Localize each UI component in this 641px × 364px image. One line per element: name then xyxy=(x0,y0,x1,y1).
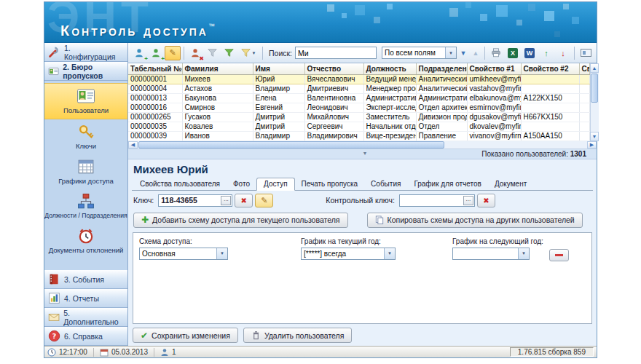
table-cell[interactable]: Михеев xyxy=(182,74,253,84)
scrollbar-thumb[interactable] xyxy=(138,141,444,149)
table-cell[interactable] xyxy=(579,84,589,93)
table-cell[interactable]: Юрий xyxy=(253,74,304,84)
add-users-button[interactable]: + xyxy=(148,46,164,60)
scheme-combobox[interactable]: Основная ▼ xyxy=(139,248,228,260)
vertical-scrollbar[interactable]: ▲ ▼ xyxy=(590,63,599,141)
table-cell[interactable]: 0000000265 xyxy=(128,112,182,122)
table-cell[interactable] xyxy=(521,84,579,93)
table-row[interactable]: 000000035КовалевДмитрийСергеевичНачальни… xyxy=(128,122,589,131)
tab-document[interactable]: Документ xyxy=(488,178,533,190)
export-button[interactable]: ↓ xyxy=(555,46,571,60)
control-key-clear-button[interactable]: ✖ xyxy=(477,194,495,207)
scroll-down-icon[interactable]: ▼ xyxy=(590,132,599,141)
table-cell[interactable]: 000000004 xyxy=(128,84,182,93)
key-field[interactable]: 118-43655 ... xyxy=(158,194,232,207)
table-cell[interactable]: Дмитрий xyxy=(253,112,304,122)
tab-events[interactable]: События xyxy=(364,178,407,190)
copy-access-schemes-button[interactable]: Копировать схемы доступа на других польз… xyxy=(367,213,583,228)
table-cell[interactable]: Михайлович xyxy=(304,112,363,122)
table-cell[interactable]: vastahov@myfirm.or xyxy=(467,84,521,93)
key-clear-button[interactable]: ✖ xyxy=(235,194,253,207)
chevron-down-icon[interactable]: ▼ xyxy=(445,47,456,58)
import-button[interactable]: ↑ xyxy=(538,46,554,60)
table-cell[interactable]: vivanov@myfirm.org xyxy=(467,131,521,141)
table-cell[interactable]: Начальник отдела xyxy=(363,122,416,131)
table-cell[interactable]: Евгений xyxy=(253,103,304,112)
column-header[interactable]: Свойство #1 xyxy=(467,63,521,74)
table-cell[interactable]: Елена xyxy=(253,93,304,103)
sidebar-item-keys[interactable]: Ключи xyxy=(44,119,127,154)
table-cell[interactable]: Владимир xyxy=(253,84,304,93)
column-header[interactable]: Отчество xyxy=(304,63,363,74)
table-cell[interactable]: Ковалев xyxy=(182,122,253,131)
table-cell[interactable]: A150AA150 xyxy=(521,131,579,141)
table-cell[interactable]: Административный xyxy=(416,93,467,103)
next-year-combobox[interactable]: ▼ xyxy=(452,248,530,260)
table-cell[interactable]: 000000016 xyxy=(128,103,182,112)
filter-clear-button[interactable] xyxy=(204,46,220,60)
table-cell[interactable]: Смирнов xyxy=(182,103,253,112)
table-cell[interactable]: Владимир xyxy=(253,131,304,141)
table-row[interactable]: 000000004АстаховВладимирДмитриевичМенедж… xyxy=(128,84,589,93)
sidebar-item-users[interactable]: Пользователи xyxy=(44,83,127,119)
table-cell[interactable]: Правление xyxy=(416,131,467,141)
control-key-browse-button[interactable]: ... xyxy=(463,196,473,205)
word-export-button[interactable]: W xyxy=(522,46,538,60)
sidebar-item-reports[interactable]: 4. Отчеты xyxy=(44,289,127,308)
tab-report-schedule[interactable]: График для отчетов xyxy=(407,178,488,190)
column-header[interactable]: Подразделение xyxy=(416,63,467,74)
scroll-right-icon[interactable]: ▶ xyxy=(587,141,597,149)
control-key-field[interactable]: ... xyxy=(399,194,475,207)
scroll-left-icon[interactable]: ◀ xyxy=(128,141,138,149)
table-cell[interactable]: Аналитический xyxy=(416,74,467,84)
scroll-up-icon[interactable]: ▲ xyxy=(590,63,599,73)
search-input[interactable] xyxy=(295,47,377,59)
table-cell[interactable]: Административный xyxy=(363,93,416,103)
sidebar-item-events[interactable]: 3. События xyxy=(44,270,127,289)
table-row[interactable]: 000000039ИвановВладимирВладимировичВице-… xyxy=(128,131,589,141)
find-up-button[interactable]: ▲ xyxy=(470,50,481,57)
filter-menu-button[interactable]: ▼ xyxy=(237,46,259,60)
table-cell[interactable] xyxy=(579,93,589,103)
table-cell[interactable]: Гусаков xyxy=(182,112,253,122)
table-cell[interactable]: esmirnov@myfirm.or xyxy=(467,103,521,112)
filter-apply-button[interactable] xyxy=(221,46,237,60)
chevron-down-icon[interactable]: ▼ xyxy=(216,248,227,259)
horizontal-scrollbar[interactable]: ◀ ▶ xyxy=(128,141,597,149)
table-cell[interactable]: dgusakov@myfirm.or xyxy=(467,112,521,122)
column-header[interactable]: Свойство #2 xyxy=(521,63,579,74)
chevron-down-icon[interactable]: ▼ xyxy=(518,248,529,259)
sidebar-item-extra[interactable]: 5. Дополнительно xyxy=(44,308,127,327)
table-cell[interactable] xyxy=(521,103,579,112)
table-cell[interactable]: 000000035 xyxy=(128,122,182,131)
table-cell[interactable]: Отдел xyxy=(416,122,467,131)
table-cell[interactable]: Сергеевич xyxy=(304,122,363,131)
tab-photo[interactable]: Фото xyxy=(227,178,256,190)
column-header[interactable]: Табельный № xyxy=(128,63,182,74)
table-cell[interactable]: Дмитриевич xyxy=(304,84,363,93)
sidebar-item-help[interactable]: ? 6. Справка xyxy=(44,327,127,346)
table-cell[interactable]: Заместитель xyxy=(363,112,416,122)
table-cell[interactable]: Иванов xyxy=(182,131,253,141)
scrollbar-thumb[interactable] xyxy=(591,74,598,103)
column-header[interactable]: Фамилия xyxy=(182,63,253,74)
key-browse-button[interactable]: ... xyxy=(221,196,231,205)
save-changes-button[interactable]: ✔ Сохранить изменения xyxy=(133,328,238,343)
table-cell[interactable]: Отдел архитектуры xyxy=(416,103,467,112)
column-header[interactable]: Сво xyxy=(579,63,589,74)
table-cell[interactable]: A122KX150 xyxy=(521,93,579,103)
search-scope-combobox[interactable]: По всем полям ▼ xyxy=(382,47,457,59)
table-row[interactable]: 000000016СмирновЕвгенийЛеонидовичЭксперт… xyxy=(128,103,589,112)
sidebar-item-deviation-documents[interactable]: Документы отклонений xyxy=(44,223,127,258)
table-cell[interactable] xyxy=(579,103,589,112)
splitter-collapse-icon[interactable]: ▼ xyxy=(363,151,368,156)
sidebar-item-configuration[interactable]: 1. Конфигурация xyxy=(44,43,127,62)
table-cell[interactable]: Дивизион продаж и xyxy=(416,112,467,122)
table-cell[interactable]: dkovalev@myfirm.or xyxy=(467,122,521,131)
print-button[interactable] xyxy=(488,46,504,60)
table-cell[interactable] xyxy=(579,112,589,122)
excel-export-button[interactable]: X xyxy=(505,46,521,60)
add-user-button[interactable]: + xyxy=(131,46,147,60)
table-cell[interactable]: Владимирович xyxy=(304,131,363,141)
add-access-scheme-button[interactable]: ✚ Добавить схему доступа для текущего по… xyxy=(133,213,348,228)
